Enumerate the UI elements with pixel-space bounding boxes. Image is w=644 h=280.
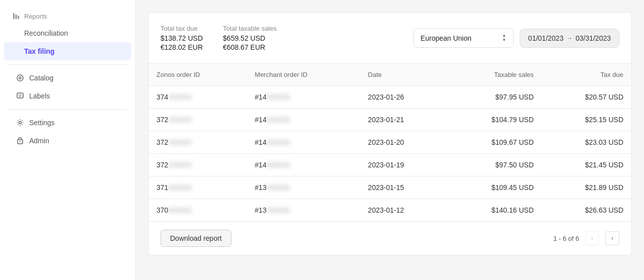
total-taxable-sales-label: Total taxable sales <box>223 25 277 32</box>
date-range-end: 03/31/2023 <box>576 34 611 42</box>
sidebar-labels-label: Labels <box>29 92 50 100</box>
cell-tax-due: $26.63 USD <box>542 199 631 222</box>
sidebar-reports-label: Reports <box>24 13 47 20</box>
cell-tax-due: $21.89 USD <box>542 176 631 199</box>
col-tax-due: Tax due <box>542 64 631 86</box>
sidebar-catalog-label: Catalog <box>29 74 53 82</box>
cell-date: 2023-01-15 <box>360 176 446 199</box>
cell-zonos-order-id: 372XXXXX <box>148 131 247 154</box>
table-row: 372XXXXX#14XXXXX2023-01-20$109.67 USD$23… <box>148 131 631 154</box>
sidebar-tax-filing-label: Tax filing <box>24 47 54 55</box>
orders-table: Zonos order ID Merchant order ID Date Ta… <box>148 64 631 221</box>
svg-point-3 <box>17 75 23 81</box>
settings-icon <box>16 119 24 127</box>
sidebar-reports-section: Reports <box>0 8 135 24</box>
table-footer: Download report 1 - 6 of 6 ‹ › <box>148 221 631 255</box>
content-card: Total tax due $138.72 USD €128.02 EUR To… <box>148 12 632 255</box>
cell-tax-due: $25.15 USD <box>542 109 631 131</box>
sidebar-reconciliation-label: Reconciliation <box>24 29 68 37</box>
svg-point-4 <box>19 77 21 79</box>
total-tax-due-label: Total tax due <box>160 25 203 32</box>
cell-taxable-sales: $104.79 USD <box>446 109 542 131</box>
cell-zonos-order-id: 371XXXXX <box>148 176 247 199</box>
table-row: 374XXXXX#14XXXXX2023-01-26$97.95 USD$20.… <box>148 86 631 109</box>
download-report-button[interactable]: Download report <box>160 230 231 247</box>
col-date: Date <box>360 64 446 86</box>
col-merchant-order-id: Merchant order ID <box>247 64 360 86</box>
date-range-selector[interactable]: 01/01/2023 → 03/31/2023 <box>520 29 619 48</box>
table-row: 371XXXXX#13XXXXX2023-01-15$109.45 USD$21… <box>148 176 631 199</box>
labels-icon <box>16 92 24 100</box>
date-range-arrow-icon: → <box>567 35 573 42</box>
sidebar: Reports Reconciliation Tax filing Catalo… <box>0 0 136 280</box>
region-selector[interactable]: European Union ▲ ▼ <box>413 28 514 48</box>
cell-date: 2023-01-26 <box>360 86 446 109</box>
summary-header: Total tax due $138.72 USD €128.02 EUR To… <box>148 13 631 64</box>
svg-rect-1 <box>16 15 17 19</box>
col-zonos-order-id: Zonos order ID <box>148 64 247 86</box>
cell-tax-due: $21.45 USD <box>542 154 631 176</box>
total-taxable-sales-stat: Total taxable sales $659.52 USD €608.67 … <box>223 25 277 51</box>
pagination-next-button[interactable]: › <box>605 231 619 245</box>
svg-rect-2 <box>18 16 19 19</box>
cell-merchant-order-id: #14XXXXX <box>247 109 360 131</box>
total-taxable-sales-values: $659.52 USD €608.67 EUR <box>223 34 277 51</box>
sidebar-item-tax-filing[interactable]: Tax filing <box>4 42 131 60</box>
total-tax-due-stat: Total tax due $138.72 USD €128.02 EUR <box>160 25 203 51</box>
region-selector-text: European Union <box>421 34 471 42</box>
cell-merchant-order-id: #14XXXXX <box>247 154 360 176</box>
sidebar-item-settings[interactable]: Settings <box>4 114 131 132</box>
sidebar-admin-label: Admin <box>29 137 49 145</box>
sidebar-item-admin[interactable]: Admin <box>4 132 131 150</box>
main-content: Total tax due $138.72 USD €128.02 EUR To… <box>136 0 644 280</box>
table-row: 372XXXXX#14XXXXX2023-01-19$97.50 USD$21.… <box>148 154 631 176</box>
sidebar-divider-1 <box>8 64 127 65</box>
cell-zonos-order-id: 372XXXXX <box>148 109 247 131</box>
total-tax-due-values: $138.72 USD €128.02 EUR <box>160 34 203 51</box>
date-range-start: 01/01/2023 <box>528 34 564 42</box>
pagination: 1 - 6 of 6 ‹ › <box>553 231 619 245</box>
total-tax-due-usd: $138.72 USD <box>160 34 203 42</box>
cell-date: 2023-01-21 <box>360 109 446 131</box>
sidebar-item-catalog[interactable]: Catalog <box>4 69 131 87</box>
cell-date: 2023-01-19 <box>360 154 446 176</box>
pagination-info: 1 - 6 of 6 <box>553 235 579 242</box>
cell-date: 2023-01-12 <box>360 199 446 222</box>
cell-taxable-sales: $97.95 USD <box>446 86 542 109</box>
total-taxable-sales-eur: €608.67 EUR <box>223 43 277 51</box>
cell-taxable-sales: $109.67 USD <box>446 131 542 154</box>
sidebar-settings-label: Settings <box>29 119 55 127</box>
cell-tax-due: $23.03 USD <box>542 131 631 154</box>
cell-taxable-sales: $140.16 USD <box>446 199 542 222</box>
sidebar-item-labels[interactable]: Labels <box>4 87 131 105</box>
pagination-prev-button[interactable]: ‹ <box>585 231 599 245</box>
table-body: 374XXXXX#14XXXXX2023-01-26$97.95 USD$20.… <box>148 86 631 222</box>
table-row: 372XXXXX#14XXXXX2023-01-21$104.79 USD$25… <box>148 109 631 131</box>
chevron-updown-icon: ▲ ▼ <box>502 34 506 42</box>
cell-zonos-order-id: 374XXXXX <box>148 86 247 109</box>
cell-date: 2023-01-20 <box>360 131 446 154</box>
total-tax-due-eur: €128.02 EUR <box>160 43 203 51</box>
col-taxable-sales: Taxable sales <box>446 64 542 86</box>
reports-icon <box>12 12 20 20</box>
cell-taxable-sales: $109.45 USD <box>446 176 542 199</box>
svg-rect-5 <box>17 93 23 98</box>
table-header: Zonos order ID Merchant order ID Date Ta… <box>148 64 631 86</box>
summary-controls: European Union ▲ ▼ 01/01/2023 → 03/31/20… <box>413 28 619 48</box>
cell-merchant-order-id: #14XXXXX <box>247 131 360 154</box>
svg-point-10 <box>20 141 21 142</box>
total-taxable-sales-usd: $659.52 USD <box>223 34 277 42</box>
cell-merchant-order-id: #13XXXXX <box>247 199 360 222</box>
table-row: 370XXXXX#13XXXXX2023-01-12$140.16 USD$26… <box>148 199 631 222</box>
cell-zonos-order-id: 372XXXXX <box>148 154 247 176</box>
sidebar-item-reconciliation[interactable]: Reconciliation <box>4 24 131 42</box>
admin-icon <box>16 137 24 145</box>
cell-merchant-order-id: #13XXXXX <box>247 176 360 199</box>
cell-tax-due: $20.57 USD <box>542 86 631 109</box>
cell-taxable-sales: $97.50 USD <box>446 154 542 176</box>
svg-point-8 <box>19 122 22 124</box>
catalog-icon <box>16 74 24 82</box>
cell-merchant-order-id: #14XXXXX <box>247 86 360 109</box>
svg-rect-0 <box>13 13 15 19</box>
cell-zonos-order-id: 370XXXXX <box>148 199 247 222</box>
